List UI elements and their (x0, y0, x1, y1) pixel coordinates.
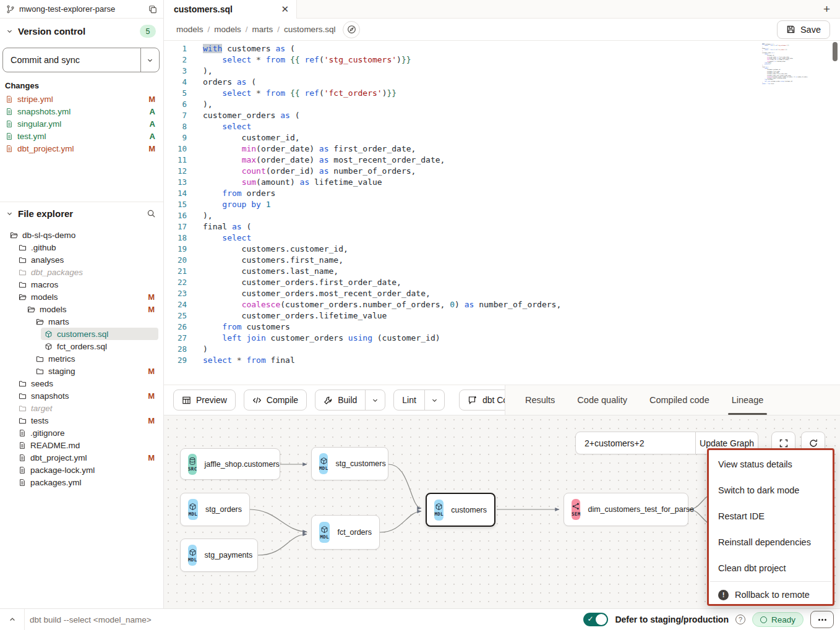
version-control-header[interactable]: Version control 5 (0, 19, 163, 43)
changed-file-row[interactable]: dbt_project.ymlM (0, 142, 163, 155)
code-line[interactable]: 26 from customers (164, 321, 840, 333)
tree-item-db-sl-qs-demo[interactable]: db-sl-qs-demo (6, 229, 158, 241)
lineage-node-stg-payments[interactable]: MDLstg_payments (180, 538, 258, 572)
code-line[interactable]: 22 customer_orders.first_order_date, (164, 277, 840, 288)
defer-toggle[interactable]: ✓ (583, 613, 608, 626)
tree-item-models[interactable]: modelsM (24, 303, 158, 315)
lineage-node-stg-orders[interactable]: MDLstg_orders (180, 493, 250, 526)
code-line[interactable]: 11 max(order_date) as most_recent_order_… (164, 155, 840, 166)
commit-and-sync-label[interactable]: Commit and sync (3, 48, 140, 72)
changed-file-row[interactable]: test.ymlA (0, 130, 163, 142)
tree-item-analyses[interactable]: analyses (15, 253, 158, 266)
preview-button[interactable]: Preview (173, 389, 236, 411)
code-line[interactable]: 25 customer_orders.lifetime_value (164, 310, 840, 321)
tab-results[interactable]: Results (525, 385, 555, 415)
tree-item-readme-md[interactable]: README.md (15, 439, 158, 451)
lint-button[interactable]: Lint (394, 390, 424, 410)
code-line[interactable]: 7customer_orders as ( (164, 110, 840, 121)
code-line[interactable]: 5 select * from {{ ref('fct_orders')}} (164, 88, 840, 99)
tree-item-dbt-packages[interactable]: dbt_packages (15, 266, 158, 278)
menu-item-switch-to-dark-mode[interactable]: Switch to dark mode (709, 477, 833, 503)
code-line[interactable]: 13 sum(amount) as lifetime_value (164, 177, 840, 188)
code-line[interactable]: 23 customer_orders.most_recent_order_dat… (164, 288, 840, 299)
tree-item--github[interactable]: .github (15, 241, 158, 253)
tree-item-dbt-project-yml[interactable]: dbt_project.ymlM (15, 451, 158, 464)
tree-item-snapshots[interactable]: snapshotsM (15, 389, 158, 402)
code-line[interactable]: 2 select * from {{ ref('stg_customers')}… (164, 54, 840, 66)
code-line[interactable]: 17final as ( (164, 221, 840, 232)
changed-file-row[interactable]: stripe.ymlM (0, 93, 163, 105)
breadcrumb-item[interactable]: marts (252, 25, 273, 34)
tree-item-marts[interactable]: marts (32, 315, 158, 328)
code-line[interactable]: 9 customer_id, (164, 132, 840, 143)
build-options-dropdown[interactable] (365, 390, 385, 410)
tree-item-models[interactable]: modelsM (15, 291, 158, 303)
tree-item-macros[interactable]: macros (15, 278, 158, 291)
tree-item-customers-sql[interactable]: customers.sql (41, 328, 158, 340)
menu-item-rollback-to-remote[interactable]: ! Rollback to remote (709, 582, 833, 608)
code-editor[interactable]: 1with customers as (2 select * from {{ r… (164, 41, 840, 385)
tree-item-metrics[interactable]: metrics (32, 352, 158, 365)
code-line[interactable]: 18 select (164, 232, 840, 244)
tab-compiled-code[interactable]: Compiled code (649, 385, 709, 415)
search-icon[interactable] (147, 209, 156, 218)
tab-code-quality[interactable]: Code quality (577, 385, 627, 415)
menu-item-restart-ide[interactable]: Restart IDE (709, 503, 833, 529)
code-line[interactable]: 14 from orders (164, 188, 840, 199)
file-explorer-header[interactable]: File explorer (0, 202, 163, 224)
tab-lineage[interactable]: Lineage (732, 385, 764, 415)
tree-item-target[interactable]: target (15, 402, 158, 414)
lint-options-dropdown[interactable] (424, 390, 444, 410)
compass-icon[interactable] (343, 21, 360, 38)
lineage-node-jaffle-shop-customers[interactable]: SRCjaffle_shop.customers (180, 448, 280, 480)
compile-button[interactable]: Compile (244, 389, 307, 411)
changed-file-row[interactable]: singular.ymlA (0, 117, 163, 130)
close-tab-icon[interactable]: ✕ (281, 4, 289, 15)
tree-item-fct-orders-sql[interactable]: fct_orders.sql (41, 340, 158, 352)
code-line[interactable]: 1with customers as ( (164, 43, 840, 54)
code-line[interactable]: 24 coalesce(customer_orders.number_of_or… (164, 299, 840, 310)
command-input[interactable] (30, 615, 583, 624)
tree-item-package-lock-yml[interactable]: package-lock.yml (15, 464, 158, 476)
editor-scrollbar[interactable] (833, 42, 838, 61)
code-line[interactable]: 29select * from final (164, 355, 840, 366)
code-line[interactable]: 10 min(order_date) as first_order_date, (164, 143, 840, 155)
breadcrumb-item[interactable]: models (176, 25, 204, 34)
menu-item-clean-dbt-project[interactable]: Clean dbt project (709, 555, 833, 581)
tree-item--gitignore[interactable]: .gitignore (15, 427, 158, 439)
code-line[interactable]: 19 customers.customer_id, (164, 244, 840, 255)
status-ready-badge[interactable]: Ready (752, 612, 804, 627)
menu-item-reinstall-dependencies[interactable]: Reinstall dependencies (709, 529, 833, 555)
new-tab-icon[interactable]: + (823, 3, 830, 15)
commit-and-sync-button[interactable]: Commit and sync (2, 48, 160, 72)
tree-item-packages-yml[interactable]: packages.yml (15, 476, 158, 488)
lineage-node-stg-customers[interactable]: MDLstg_customers (311, 447, 388, 480)
menu-item-view-status-details[interactable]: View status details (709, 451, 833, 477)
save-button[interactable]: Save (777, 20, 830, 39)
tree-item-staging[interactable]: stagingM (32, 365, 158, 377)
lineage-node-customers[interactable]: MDLcustomers (426, 493, 495, 527)
lineage-node-dim-customers-test-for-parse[interactable]: SEMdim_customers_test_for_parse (564, 493, 688, 526)
more-options-button[interactable] (810, 611, 834, 628)
tree-item-tests[interactable]: testsM (15, 414, 158, 427)
selector-input[interactable]: 2+customers+2 (576, 432, 695, 454)
breadcrumb-item[interactable]: models (214, 25, 241, 34)
code-line[interactable]: 3), (164, 66, 840, 77)
code-line[interactable]: 27 left join customer_orders using (cust… (164, 333, 840, 344)
code-line[interactable]: 15 group by 1 (164, 199, 840, 210)
code-line[interactable]: 8 select (164, 121, 840, 132)
code-line[interactable]: 4orders as ( (164, 77, 840, 88)
commit-options-dropdown[interactable] (140, 48, 159, 72)
changed-file-row[interactable]: snapshots.ymlA (0, 105, 163, 117)
build-button[interactable]: Build (315, 390, 365, 410)
code-line[interactable]: 16), (164, 210, 840, 221)
code-line[interactable]: 20 customers.first_name, (164, 255, 840, 266)
tab-customers-sql[interactable]: customers.sql ✕ (164, 0, 297, 19)
collapse-panel-icon[interactable] (0, 609, 25, 630)
breadcrumb-item[interactable]: customers.sql (284, 25, 335, 34)
lineage-node-fct-orders[interactable]: MDLfct_orders (311, 515, 380, 550)
code-line[interactable]: 21 customers.last_name, (164, 266, 840, 277)
tree-item-seeds[interactable]: seeds (15, 377, 158, 389)
code-line[interactable]: 12 count(order_id) as number_of_orders, (164, 166, 840, 177)
help-icon[interactable]: ? (735, 615, 745, 624)
